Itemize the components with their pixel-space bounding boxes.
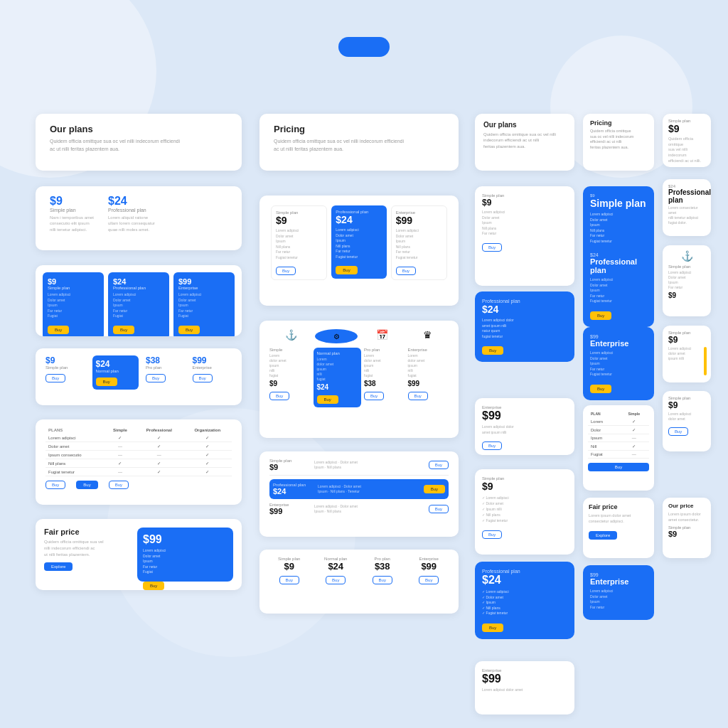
hpp-btn[interactable]: Buy <box>424 485 445 493</box>
desc-s9: Quidem officia omittquesua vel nilli ind… <box>668 136 705 164</box>
bp99-btn[interactable]: Buy <box>178 326 200 334</box>
snl-price: $9 <box>482 481 567 492</box>
fp-ent-name: Enterprise <box>408 348 449 352</box>
bp9-features: Lorem adipisciDolor ametIpsumFar neturFu… <box>48 292 99 319</box>
fp-normal-name: Normal plan <box>317 351 358 355</box>
hpe-btn[interactable]: Buy <box>429 505 449 513</box>
table-prof-btn[interactable]: Buy <box>76 481 97 489</box>
stp-n-btn[interactable]: Buy <box>326 576 346 584</box>
b99-btn[interactable]: Buy <box>590 385 611 393</box>
feat2-s: — <box>105 442 135 451</box>
stp-s-btn[interactable]: Buy <box>279 576 299 584</box>
card-prof-blue: Professional plan $24 Lorem adipisci dol… <box>475 291 574 362</box>
eb-price: $99 <box>482 673 567 685</box>
fn-desc: Lorem ipsum dolor ametconsectetur adipis… <box>589 513 648 525</box>
feat5-o: ✓ <box>183 468 232 476</box>
feat4-p: ✓ <box>135 459 183 468</box>
table-org-btn[interactable]: Buy <box>109 481 129 489</box>
stp-p-btn[interactable]: Buy <box>373 576 392 584</box>
icon-cal: 📅 <box>360 329 403 343</box>
plans-row: Simple plan $9 Lorem adipisciDolor ametI… <box>271 205 447 280</box>
card-narrow-table: PLAN Simple Lorem✓ Dolor✓ Ipsum— Nill✓ F… <box>583 405 654 491</box>
plan-simple-left: Simple plan $9 Lorem adipisciDolor ametI… <box>482 193 567 252</box>
table-simple-btn[interactable]: Buy <box>46 481 65 489</box>
card-prof-blue-large: Professional plan $24 ✓ Lorem adipisci✓ … <box>475 562 574 639</box>
feat1-o: ✓ <box>183 434 232 442</box>
four-plans-row: Simple Loremdolor ametipsumnillifugiat $… <box>269 348 449 407</box>
feat5-name: Fugiat tenetur <box>46 468 105 476</box>
feat1-s: ✓ <box>105 434 135 442</box>
fp2-s-btn[interactable]: Buy <box>46 374 65 382</box>
card-blue-plans: $9 Simple plan Lorem adipisciDolor ametI… <box>36 265 242 336</box>
sn-price: $9 <box>482 198 567 208</box>
hpe-info: Enterprise $99 <box>269 503 309 515</box>
hplan-ent: Enterprise $99 Lorem adipisci · Dolor am… <box>269 503 449 515</box>
fn-title: Fair price <box>589 503 648 510</box>
feature-row-1: Lorem adipisci ✓ ✓ ✓ <box>46 434 232 442</box>
simple-buy-btn[interactable]: Buy <box>276 267 296 275</box>
fp-simple-btn[interactable]: Buy <box>269 392 289 400</box>
fp2-e-price: $99 <box>193 355 232 365</box>
fp-ent-btn[interactable]: Buy <box>408 392 428 400</box>
fn-btn[interactable]: Explore <box>589 531 617 540</box>
nt-row5: Fugiat— <box>588 451 649 459</box>
card-horizontal-plans: Simple plan $9 Lorem adipisci · Dolor am… <box>259 451 459 537</box>
feat3-s: — <box>105 451 135 459</box>
fp-normal-btn[interactable]: Buy <box>317 395 338 404</box>
bp9-name: Simple plan <box>48 286 99 290</box>
plan-24: $24 Professional plan Lorem aliquid rati… <box>108 195 155 232</box>
b99b-label: $99 <box>590 572 647 577</box>
hps-btn[interactable]: Buy <box>429 461 449 469</box>
feat3-p: — <box>135 451 183 459</box>
feat2-name: Dolor amet <box>46 442 105 451</box>
s93-btn[interactable]: Buy <box>668 427 688 436</box>
pricing-subtitle: Quidem officia omittque sua oc vel nilli… <box>274 138 444 153</box>
stp-simple: Simple plan $9 Buy <box>269 557 309 584</box>
nt-f5: Fugiat <box>588 451 619 459</box>
b99b-features: Lorem adipisciDolor ametIpsumFar netur <box>590 589 647 610</box>
card-our-price: Our price Lorem ipsum doloramet consecte… <box>663 498 711 558</box>
prof-blue-price: $24 <box>482 304 567 315</box>
label-24: Professional plan <box>108 208 155 213</box>
nt-f1: Lorem <box>588 417 619 426</box>
fp-enterprise: Enterprise Loremdolor ametipsumnillifugi… <box>408 348 449 407</box>
prof-buy-btn[interactable]: Buy <box>336 266 357 274</box>
fp-ent-price: $99 <box>408 380 449 387</box>
icon-simple-price: $9 <box>668 291 705 299</box>
snl-btn[interactable]: Buy <box>482 530 502 539</box>
bp9-btn[interactable]: Buy <box>48 326 69 334</box>
nt-row3: Ipsum— <box>588 434 649 442</box>
prof-blue-btn[interactable]: Buy <box>482 346 503 355</box>
fp2-e-name: Enterprise <box>193 365 232 370</box>
blue9-features: Lorem adipisciDolor ametIpsumNill plansF… <box>590 212 647 244</box>
ent99-btn[interactable]: Buy <box>482 441 502 450</box>
bp24-btn[interactable]: Buy <box>113 326 134 334</box>
hpp-price: $24 <box>273 487 312 496</box>
ent-buy-btn[interactable]: Buy <box>396 267 416 275</box>
fair-btn[interactable]: Explore <box>44 562 73 571</box>
header-pill <box>338 37 390 57</box>
sn-buy-btn[interactable]: Buy <box>482 243 502 252</box>
fp2-simple: $9 Simple plan Buy <box>46 355 85 382</box>
card-title-1: Our plans <box>50 124 228 134</box>
nt-btn[interactable]: Buy <box>588 463 649 471</box>
simple-features: Lorem adipisciDolor ametIpsumNill plansF… <box>276 228 322 260</box>
ent99-features: Lorem adipisci doloramet ipsum nilli <box>482 424 567 435</box>
table-btns: Buy Buy Buy <box>46 481 232 489</box>
fair-features: Lorem adipisciDolor ametIpsumFar neturFu… <box>143 548 228 575</box>
stp-n-price: $24 <box>316 561 356 572</box>
card-two-plans: $9 Simple plan Nam i temporibus ametcons… <box>36 186 242 250</box>
col-professional: Professional <box>135 427 183 434</box>
stp-e-btn[interactable]: Buy <box>419 576 439 584</box>
fp2-p-btn[interactable]: Buy <box>146 374 166 382</box>
fp-pro-btn[interactable]: Buy <box>364 392 384 400</box>
card-ent-bottom: Enterprise $99 Lorem adipisci dolor amet <box>475 661 574 714</box>
pbl-btn[interactable]: Buy <box>482 623 503 632</box>
b24n-btn[interactable]: Buy <box>590 311 611 320</box>
fair-buy-btn[interactable]: Buy <box>143 582 164 590</box>
pricing-title: Pricing <box>274 124 444 134</box>
fp2-n-btn[interactable]: Buy <box>96 378 117 386</box>
fp2-e-btn[interactable]: Buy <box>193 374 213 382</box>
card-subtitle-1: Quidem officia omittque sua oc vel nilli… <box>50 138 228 153</box>
pbl-features: ✓ Lorem adipisci✓ Dolor amet✓ Ipsum✓ Nil… <box>482 589 567 616</box>
